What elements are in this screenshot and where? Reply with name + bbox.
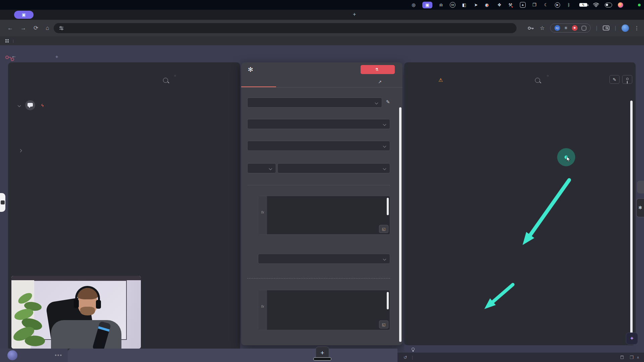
n8n-page: ← + ϟ xyxy=(0,45,644,362)
model-source-select[interactable] xyxy=(247,163,276,173)
recording-status-dot xyxy=(638,4,641,6)
operation-select[interactable] xyxy=(247,141,390,151)
record-icon[interactable]: ◉● xyxy=(485,2,491,7)
node-feedback-row[interactable] xyxy=(404,345,636,353)
messages-divider xyxy=(247,185,390,185)
execute-step-button[interactable]: ⚗ xyxy=(361,65,395,74)
trash-icon xyxy=(621,356,624,359)
chat-input-bar[interactable] xyxy=(68,349,397,362)
analyze-input-modal: ✻ ⚗ ↗ ✎ fx xyxy=(241,62,402,345)
screen: ◎ ▣ ılı 66 ◧ ➤ ◉● ✥ ⚒● ▲ ❐ ☾ ▶ ᛒ ϟ xyxy=(0,0,644,362)
output-edit-button[interactable]: ✎ xyxy=(609,75,620,84)
battery-icon: ϟ xyxy=(579,3,587,7)
canvas-node-partial-openai[interactable]: ✻ xyxy=(636,198,644,217)
screen-share-icon[interactable]: ▣ xyxy=(422,2,432,8)
prompt2-code[interactable] xyxy=(267,290,390,330)
forward-icon[interactable]: → xyxy=(20,25,26,32)
docs-link[interactable]: ↗ xyxy=(378,79,382,84)
windows-icon[interactable]: ❐ xyxy=(531,2,537,7)
pinwheel-extension-icon[interactable]: ✽ xyxy=(572,25,578,31)
atom-extension-icon[interactable]: ✳ xyxy=(564,25,568,31)
ai-assistant-button[interactable]: ✦ xyxy=(626,333,638,345)
obs-icon[interactable]: ◎ xyxy=(411,2,417,7)
stats-icon[interactable]: ılı xyxy=(438,2,444,7)
chrome-menu-icon[interactable]: ⋮ xyxy=(634,25,639,31)
tabs-divider xyxy=(241,87,402,87)
bookmark-star-icon[interactable]: ☆ xyxy=(540,25,544,31)
chevron-down-icon[interactable] xyxy=(18,104,21,107)
credential-select[interactable] xyxy=(247,98,382,108)
person-torso xyxy=(51,320,121,349)
bluetooth-icon[interactable]: ᛒ xyxy=(566,2,572,7)
presenter-menu-icon[interactable]: ••• xyxy=(55,352,62,358)
browser-profile-avatar[interactable] xyxy=(622,24,629,32)
do-not-disturb-icon[interactable]: ☾ xyxy=(543,2,549,7)
home-icon[interactable]: ⌂ xyxy=(46,25,49,32)
extensions-puzzle-icon[interactable] xyxy=(582,26,586,31)
openai-node-icon: ✻ xyxy=(248,66,253,73)
canvas-node-partial-left[interactable] xyxy=(0,193,5,212)
back-arrow-icon[interactable]: ← xyxy=(11,53,16,59)
input-trigger-row[interactable]: ϟ xyxy=(18,100,233,111)
chrome-toolbar: ← → ⟳ ⌂ ☆ IQ ✳ ✽ | | ⋮ xyxy=(0,20,644,36)
battery-indicator[interactable]: ϟ xyxy=(578,3,587,7)
presenter-avatar[interactable] xyxy=(7,350,17,360)
prompt2-editor[interactable]: fx ◱ xyxy=(258,290,390,330)
warning-triangle-icon: ⚠ xyxy=(438,77,443,83)
output-scrollbar[interactable] xyxy=(630,101,633,335)
sixty-badge-icon[interactable]: 66 xyxy=(450,2,455,8)
prompt2-hint xyxy=(258,331,390,335)
drag-handle-pill[interactable] xyxy=(313,357,331,361)
input-view-tabs xyxy=(174,75,176,77)
unity-icon[interactable]: ✥ xyxy=(496,2,502,7)
add-tag-button[interactable]: + xyxy=(55,54,58,59)
tool-icon[interactable]: ⚒● xyxy=(508,2,514,7)
modal-scrollbar[interactable] xyxy=(399,107,401,342)
iq-extension-icon[interactable]: IQ xyxy=(554,25,560,31)
fx-gutter-icon: fx xyxy=(258,196,267,234)
prompt1-scrollbar[interactable] xyxy=(387,198,389,215)
reload-icon[interactable]: ⟳ xyxy=(34,24,38,32)
credential-edit-icon[interactable]: ✎ xyxy=(386,99,390,105)
variables-context-row[interactable] xyxy=(19,145,26,156)
output-view-tabs xyxy=(547,75,549,77)
canvas-node-partial-grey[interactable] xyxy=(637,181,644,193)
prompt2-scrollbar[interactable] xyxy=(387,292,389,309)
control-center-icon[interactable] xyxy=(605,3,612,7)
collapse-chevron-icon[interactable]: ∧ xyxy=(637,355,639,360)
prompt1-code[interactable] xyxy=(267,196,390,234)
wifi-icon[interactable] xyxy=(593,3,599,7)
new-tab-button[interactable]: + xyxy=(353,11,356,17)
input-search-icon[interactable] xyxy=(163,78,168,83)
triangle-app-icon[interactable]: ▲ xyxy=(520,2,526,8)
address-bar[interactable] xyxy=(54,23,517,33)
screenshot-icon[interactable]: ◧ xyxy=(461,2,467,7)
prompt1-editor[interactable]: fx ◱ xyxy=(258,196,390,235)
presenter-bar: ••• xyxy=(0,349,68,362)
side-panel-search-icon[interactable] xyxy=(603,25,609,31)
macos-menu-bar: ◎ ▣ ılı 66 ◧ ➤ ◉● ✥ ⚒● ▲ ❐ ☾ ▶ ᛒ ϟ xyxy=(0,0,644,10)
copy-icon[interactable]: ❐ xyxy=(630,355,634,360)
model-select[interactable] xyxy=(277,163,390,173)
paperplane-icon[interactable]: ➤ xyxy=(473,2,479,7)
prompt1-expand-icon[interactable]: ◱ xyxy=(379,225,388,233)
chrome-tab-strip: ▣ + xyxy=(0,10,644,20)
play-circle-icon[interactable]: ▶ xyxy=(555,2,560,8)
webcam-overlay xyxy=(11,276,141,349)
chat-trigger-icon xyxy=(25,100,35,110)
resource-select[interactable] xyxy=(247,119,390,129)
password-key-icon[interactable] xyxy=(528,26,534,31)
prompt2-expand-icon[interactable]: ◱ xyxy=(379,320,388,328)
tab-group-button[interactable]: ▣ xyxy=(14,11,34,19)
output-pin-button[interactable] xyxy=(622,75,632,84)
output-search-icon[interactable] xyxy=(535,78,540,83)
session-reset-icon[interactable]: ↺ xyxy=(404,355,407,360)
app-circle-icon[interactable] xyxy=(618,2,623,8)
role-select[interactable] xyxy=(258,254,390,264)
menu-status-area: ◎ ▣ ılı 66 ◧ ➤ ◉● ✥ ⚒● ▲ ❐ ☾ ▶ ᛒ ϟ xyxy=(411,0,641,10)
back-icon[interactable]: ← xyxy=(7,25,13,32)
bookmarks-bar: | xyxy=(0,36,644,45)
mouse-cursor-icon xyxy=(566,156,571,162)
apps-grid-icon[interactable] xyxy=(5,39,9,43)
chevron-right-icon[interactable] xyxy=(19,149,22,152)
